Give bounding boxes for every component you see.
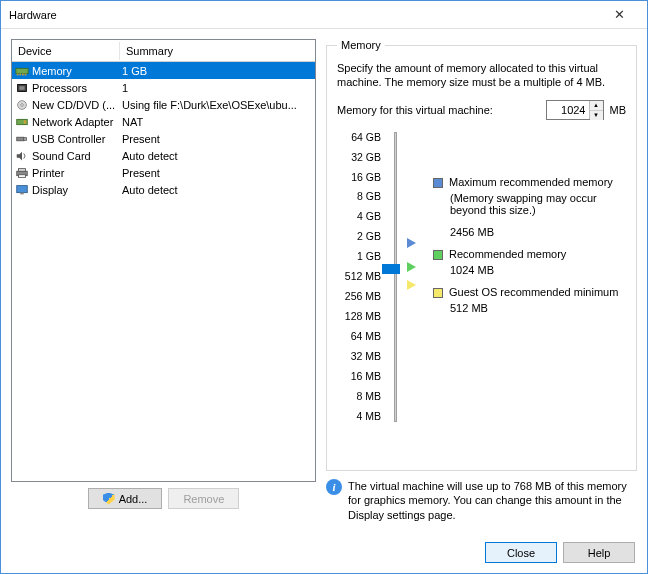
swatch-max-icon xyxy=(433,178,443,188)
svg-rect-6 xyxy=(19,86,24,90)
device-name: New CD/DVD (... xyxy=(32,99,120,111)
memory-legend-col: Maximum recommended memory (Memory swapp… xyxy=(423,132,626,422)
legend-guest-value: 512 MB xyxy=(450,302,626,314)
memory-slider-area: 64 GB32 GB16 GB8 GB4 GB2 GB1 GB512 MB256… xyxy=(337,132,626,422)
svg-rect-1 xyxy=(17,73,19,75)
marker-rec-icon xyxy=(407,262,416,272)
spinner-buttons[interactable]: ▲ ▼ xyxy=(589,101,603,119)
slider-tick: 64 GB xyxy=(337,132,381,143)
device-name: USB Controller xyxy=(32,133,120,145)
svg-rect-16 xyxy=(17,185,28,192)
slider-tick: 128 MB xyxy=(337,311,381,322)
memory-info-row: i The virtual machine will use up to 768… xyxy=(326,479,637,522)
device-row[interactable]: USB ControllerPresent xyxy=(12,130,315,147)
close-button[interactable]: Close xyxy=(485,542,557,563)
dialog-content: Device Summary Memory1 GBProcessors1New … xyxy=(1,29,647,573)
device-name: Printer xyxy=(32,167,120,179)
slider-tick: 512 MB xyxy=(337,271,381,282)
svg-rect-3 xyxy=(22,73,24,75)
device-row[interactable]: DisplayAuto detect xyxy=(12,181,315,198)
slider-tick: 8 GB xyxy=(337,191,381,202)
device-summary: Present xyxy=(120,133,313,145)
dialog-footer: Close Help xyxy=(485,542,635,563)
nic-icon xyxy=(14,115,30,129)
device-row[interactable]: PrinterPresent xyxy=(12,164,315,181)
device-summary: Using file F:\Durk\Exe\OSExe\ubu... xyxy=(120,99,313,111)
svg-point-8 xyxy=(21,103,24,106)
marker-max-icon xyxy=(407,238,416,248)
memory-input-row: Memory for this virtual machine: ▲ ▼ MB xyxy=(337,100,626,120)
svg-rect-2 xyxy=(19,73,21,75)
slider-tick: 256 MB xyxy=(337,291,381,302)
column-header-summary[interactable]: Summary xyxy=(120,42,315,60)
device-summary: NAT xyxy=(120,116,313,128)
info-icon: i xyxy=(326,479,342,495)
hardware-dialog: Hardware ✕ Device Summary Memory1 GBProc… xyxy=(0,0,648,574)
memory-description: Specify the amount of memory allocated t… xyxy=(337,61,626,90)
svg-rect-0 xyxy=(16,68,28,73)
memory-icon xyxy=(14,64,30,78)
device-row[interactable]: Sound CardAuto detect xyxy=(12,147,315,164)
slider-thumb[interactable] xyxy=(382,264,400,274)
legend-rec-value: 1024 MB xyxy=(450,264,626,276)
device-summary: Auto detect xyxy=(120,184,313,196)
memory-unit: MB xyxy=(610,104,627,116)
device-row[interactable]: Processors1 xyxy=(12,79,315,96)
slider-tick: 16 MB xyxy=(337,371,381,382)
memory-panel: Memory Specify the amount of memory allo… xyxy=(326,39,637,509)
cd-icon xyxy=(14,98,30,112)
slider-tick: 2 GB xyxy=(337,231,381,242)
svg-rect-12 xyxy=(24,137,27,140)
display-icon xyxy=(14,183,30,197)
slider-markers xyxy=(405,132,423,422)
close-icon[interactable]: ✕ xyxy=(599,5,639,25)
device-row[interactable]: Network AdapterNAT xyxy=(12,113,315,130)
column-header-device[interactable]: Device xyxy=(12,42,120,60)
device-summary: Auto detect xyxy=(120,150,313,162)
slider-tick: 64 MB xyxy=(337,331,381,342)
device-row[interactable]: New CD/DVD (...Using file F:\Durk\Exe\OS… xyxy=(12,96,315,113)
device-button-row: Add... Remove xyxy=(11,488,316,509)
marker-guest-icon xyxy=(407,280,416,290)
window-title: Hardware xyxy=(9,9,599,21)
usb-icon xyxy=(14,132,30,146)
legend-max-sub: (Memory swapping may occur beyond this s… xyxy=(450,192,626,216)
add-button-label: Add... xyxy=(119,493,148,505)
device-row[interactable]: Memory1 GB xyxy=(12,62,315,79)
legend-guest-label: Guest OS recommended minimum xyxy=(449,286,626,298)
memory-spinner[interactable]: ▲ ▼ xyxy=(546,100,604,120)
svg-rect-4 xyxy=(25,73,27,75)
sound-icon xyxy=(14,149,30,163)
slider-tick: 4 MB xyxy=(337,411,381,422)
slider-tick: 32 GB xyxy=(337,152,381,163)
device-list[interactable]: Memory1 GBProcessors1New CD/DVD (...Usin… xyxy=(12,62,315,481)
swatch-guest-icon xyxy=(433,288,443,298)
help-button-label: Help xyxy=(588,547,611,559)
device-name: Memory xyxy=(32,65,120,77)
spinner-up-icon[interactable]: ▲ xyxy=(590,101,603,111)
help-button[interactable]: Help xyxy=(563,542,635,563)
legend-max-label: Maximum recommended memory xyxy=(449,176,626,188)
svg-rect-11 xyxy=(17,137,24,141)
memory-input[interactable] xyxy=(547,101,589,119)
device-name: Network Adapter xyxy=(32,116,120,128)
svg-rect-15 xyxy=(19,174,26,177)
slider-tick: 16 GB xyxy=(337,172,381,183)
spinner-down-icon[interactable]: ▼ xyxy=(590,111,603,120)
device-summary: Present xyxy=(120,167,313,179)
slider-tick: 8 MB xyxy=(337,391,381,402)
device-list-header: Device Summary xyxy=(12,40,315,62)
slider-track[interactable] xyxy=(385,132,405,422)
svg-rect-14 xyxy=(19,168,26,171)
printer-icon xyxy=(14,166,30,180)
device-summary: 1 GB xyxy=(120,65,313,77)
svg-rect-17 xyxy=(20,192,24,194)
svg-rect-10 xyxy=(24,120,27,124)
device-name: Display xyxy=(32,184,120,196)
add-button[interactable]: Add... xyxy=(88,488,163,509)
remove-button-label: Remove xyxy=(183,493,224,505)
slider-tick: 4 GB xyxy=(337,211,381,222)
swatch-rec-icon xyxy=(433,250,443,260)
device-summary: 1 xyxy=(120,82,313,94)
slider-tick: 1 GB xyxy=(337,251,381,262)
